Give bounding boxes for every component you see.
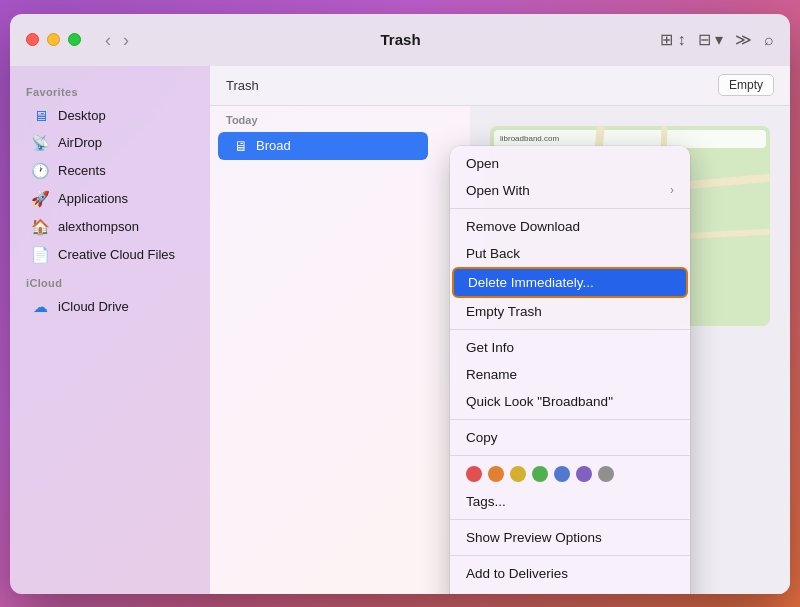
home-icon: 🏠: [30, 218, 50, 236]
context-menu: Open Open With › Remove Download Put Bac…: [450, 146, 690, 594]
icloud-icon: ☁: [30, 298, 50, 316]
sidebar: Favorites 🖥 Desktop 📡 AirDrop 🕐 Recents …: [10, 66, 210, 594]
titlebar: ‹ › Trash ⊞ ↕ ⊟ ▾ ≫ ⌕: [10, 14, 790, 66]
sidebar-item-label: alexthompson: [58, 219, 139, 234]
sidebar-item-icloud-drive[interactable]: ☁ iCloud Drive: [14, 293, 206, 321]
menu-item-quick-look[interactable]: Quick Look "Broadband": [450, 388, 690, 415]
trash-label: Trash: [226, 78, 259, 93]
menu-item-label: Tags...: [466, 494, 506, 509]
sidebar-item-label: AirDrop: [58, 135, 102, 150]
menu-item-tags[interactable]: Tags...: [450, 488, 690, 515]
menu-item-get-info[interactable]: Get Info: [450, 334, 690, 361]
view-icon[interactable]: ⊞ ↕: [660, 30, 685, 49]
sidebar-item-creative-cloud[interactable]: 📄 Creative Cloud Files: [14, 241, 206, 269]
applications-icon: 🚀: [30, 190, 50, 208]
menu-divider-6: [450, 555, 690, 556]
menu-item-put-back[interactable]: Put Back: [450, 240, 690, 267]
menu-item-add-to-deliveries[interactable]: Add to Deliveries: [450, 560, 690, 587]
sidebar-item-airdrop[interactable]: 📡 AirDrop: [14, 129, 206, 157]
menu-item-label: Open With: [466, 183, 530, 198]
menu-item-copy[interactable]: Copy: [450, 424, 690, 451]
color-tag-purple[interactable]: [576, 466, 592, 482]
forward-button[interactable]: ›: [119, 29, 133, 51]
menu-item-label: Put Back: [466, 246, 520, 261]
grid-icon[interactable]: ⊟ ▾: [698, 30, 723, 49]
creative-cloud-icon: 📄: [30, 246, 50, 264]
map-url: libroadband.com: [500, 134, 559, 143]
desktop-icon: 🖥: [30, 107, 50, 124]
file-icon: 🖥: [234, 138, 248, 154]
menu-item-label: Rename: [466, 367, 517, 382]
maximize-button[interactable]: [68, 33, 81, 46]
file-item-broadband[interactable]: 🖥 Broad: [218, 132, 428, 160]
file-view: Trash Empty Today 🖥 Broad libroadband.co…: [210, 66, 790, 594]
minimize-button[interactable]: [47, 33, 60, 46]
menu-item-label: Quick Look "Broadband": [466, 394, 613, 409]
color-tag-yellow[interactable]: [510, 466, 526, 482]
window-title: Trash: [149, 31, 652, 48]
menu-item-empty-trash[interactable]: Empty Trash: [450, 298, 690, 325]
menu-divider-4: [450, 455, 690, 456]
menu-item-label: Get Info: [466, 340, 514, 355]
menu-item-label: Copy: [466, 430, 498, 445]
map-url-bar: libroadband.com: [494, 130, 766, 148]
empty-button[interactable]: Empty: [718, 74, 774, 96]
menu-item-delete-immediately[interactable]: Delete Immediately...: [452, 267, 688, 298]
color-tag-green[interactable]: [532, 466, 548, 482]
main-content: Favorites 🖥 Desktop 📡 AirDrop 🕐 Recents …: [10, 66, 790, 594]
sidebar-item-label: Recents: [58, 163, 106, 178]
menu-item-label: Delete Immediately...: [468, 275, 594, 290]
menu-divider-2: [450, 329, 690, 330]
menu-item-label: Show Preview Options: [466, 530, 602, 545]
menu-item-label: Add to Deliveries: [466, 566, 568, 581]
sidebar-item-recents[interactable]: 🕐 Recents: [14, 157, 206, 185]
color-tag-gray[interactable]: [598, 466, 614, 482]
menu-item-label: Remove Download: [466, 219, 580, 234]
icloud-label: iCloud: [10, 269, 210, 293]
more-icon[interactable]: ≫: [735, 30, 752, 49]
menu-divider-3: [450, 419, 690, 420]
menu-item-rename[interactable]: Rename: [450, 361, 690, 388]
file-name: Broad: [256, 138, 291, 153]
favorites-label: Favorites: [10, 78, 210, 102]
color-tag-orange[interactable]: [488, 466, 504, 482]
sidebar-item-label: iCloud Drive: [58, 299, 129, 314]
color-tag-red[interactable]: [466, 466, 482, 482]
sidebar-item-label: Creative Cloud Files: [58, 247, 175, 262]
menu-divider-5: [450, 519, 690, 520]
sidebar-item-applications[interactable]: 🚀 Applications: [14, 185, 206, 213]
toolbar-icons: ⊞ ↕ ⊟ ▾ ≫ ⌕: [660, 30, 774, 49]
recents-icon: 🕐: [30, 162, 50, 180]
sidebar-item-label: Desktop: [58, 108, 106, 123]
close-button[interactable]: [26, 33, 39, 46]
traffic-lights: [26, 33, 81, 46]
nav-buttons: ‹ ›: [101, 29, 133, 51]
menu-item-label: Set Desktop Picture: [466, 593, 585, 594]
menu-item-open[interactable]: Open: [450, 150, 690, 177]
menu-item-open-with[interactable]: Open With ›: [450, 177, 690, 204]
menu-item-label: Empty Trash: [466, 304, 542, 319]
sidebar-item-home[interactable]: 🏠 alexthompson: [14, 213, 206, 241]
finder-window: ‹ › Trash ⊞ ↕ ⊟ ▾ ≫ ⌕ Favorites 🖥 Deskto…: [10, 14, 790, 594]
file-toolbar: Trash Empty: [210, 66, 790, 106]
menu-item-set-desktop[interactable]: Set Desktop Picture: [450, 587, 690, 594]
menu-item-label: Open: [466, 156, 499, 171]
menu-divider-1: [450, 208, 690, 209]
sidebar-item-desktop[interactable]: 🖥 Desktop: [14, 102, 206, 129]
back-button[interactable]: ‹: [101, 29, 115, 51]
color-tags: [450, 460, 690, 488]
search-icon[interactable]: ⌕: [764, 31, 774, 49]
menu-item-show-preview[interactable]: Show Preview Options: [450, 524, 690, 551]
chevron-right-icon: ›: [670, 183, 674, 197]
sidebar-item-label: Applications: [58, 191, 128, 206]
airdrop-icon: 📡: [30, 134, 50, 152]
color-tag-blue[interactable]: [554, 466, 570, 482]
menu-item-remove-download[interactable]: Remove Download: [450, 213, 690, 240]
